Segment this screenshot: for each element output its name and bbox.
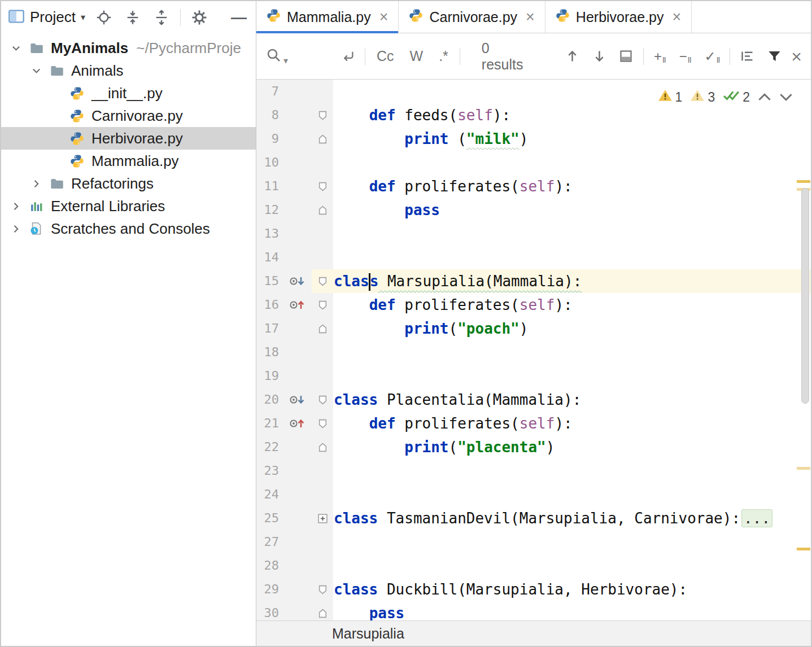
- chevron-right-icon[interactable]: [6, 201, 26, 212]
- breadcrumb-item[interactable]: Marsupialia: [332, 626, 404, 642]
- line-number[interactable]: 27: [256, 530, 282, 554]
- expand-all-icon[interactable]: [123, 7, 143, 28]
- override-down-icon[interactable]: [282, 388, 312, 412]
- search-input[interactable]: [289, 49, 331, 66]
- tab-close-icon[interactable]: ×: [379, 10, 388, 25]
- warnings-indicator[interactable]: 1: [658, 89, 683, 106]
- tree-item-mammalia-py[interactable]: Mammalia.py: [1, 150, 256, 172]
- chevron-down-icon[interactable]: [26, 65, 46, 76]
- tree-item-external-libraries[interactable]: External Libraries: [1, 195, 256, 217]
- code-line-29[interactable]: 29class Duckbill(Marsupialia, Herbivorae…: [256, 578, 811, 601]
- line-number[interactable]: 24: [256, 483, 282, 506]
- chevron-down-icon[interactable]: [6, 43, 26, 54]
- line-number[interactable]: 18: [256, 340, 282, 364]
- fold-end-icon[interactable]: [312, 435, 333, 459]
- code-line-21[interactable]: 21 def proliferates(self):: [256, 412, 811, 435]
- add-selection-icon[interactable]: +II: [651, 49, 669, 64]
- tree-item-myanimals[interactable]: MyAnimals~/PycharmProje: [1, 37, 256, 59]
- tab-close-icon[interactable]: ×: [526, 10, 535, 25]
- match-case-button[interactable]: Cc: [372, 48, 399, 64]
- regex-button[interactable]: .*: [434, 48, 453, 64]
- error-stripe-mark[interactable]: [797, 467, 810, 470]
- code-line-23[interactable]: 23: [256, 459, 811, 483]
- code-line-15[interactable]: 15class Marsupialia(Mammalia):: [256, 269, 811, 293]
- tree-item-animals[interactable]: Animals: [1, 59, 256, 82]
- code-line-28[interactable]: 28: [256, 554, 811, 578]
- words-button[interactable]: W: [405, 48, 428, 64]
- code-line-14[interactable]: 14: [256, 246, 811, 269]
- tab-carnivorae-py[interactable]: Carnivorae.py×: [399, 1, 545, 33]
- line-number[interactable]: 21: [256, 412, 282, 435]
- code-line-17[interactable]: 17 print("poach"): [256, 317, 811, 340]
- code-line-10[interactable]: 10: [256, 151, 811, 174]
- code-line-19[interactable]: 19: [256, 364, 811, 388]
- previous-problem-icon[interactable]: [758, 92, 771, 102]
- tree-item-carnivorae-py[interactable]: Carnivorae.py: [1, 104, 256, 127]
- line-number[interactable]: 28: [256, 554, 282, 578]
- close-search-icon[interactable]: ×: [791, 47, 802, 65]
- code-line-18[interactable]: 18: [256, 340, 811, 364]
- line-number[interactable]: 12: [256, 198, 282, 222]
- fold-end-icon[interactable]: [312, 601, 333, 620]
- fold-start-icon[interactable]: [312, 269, 333, 293]
- folded-region[interactable]: ...: [741, 509, 772, 527]
- tree-item-refactorings[interactable]: Refactorings: [1, 172, 256, 195]
- line-number[interactable]: 25: [256, 506, 282, 530]
- line-number[interactable]: 20: [256, 388, 282, 412]
- next-occurrence-icon[interactable]: [589, 46, 609, 67]
- code-line-11[interactable]: 11 def proliferates(self):: [256, 174, 811, 198]
- line-number[interactable]: 17: [256, 317, 282, 340]
- fold-folded-icon[interactable]: [312, 506, 333, 530]
- line-number[interactable]: 10: [256, 151, 282, 174]
- tab-herbivorae-py[interactable]: Herbivorae.py×: [545, 1, 692, 33]
- search-field-group[interactable]: ▾: [265, 47, 331, 66]
- line-number[interactable]: 15: [256, 269, 282, 293]
- hide-panel-icon[interactable]: —: [229, 7, 249, 28]
- code-line-22[interactable]: 22 print("placenta"): [256, 435, 811, 459]
- next-problem-icon[interactable]: [779, 92, 793, 102]
- line-number[interactable]: 14: [256, 246, 282, 269]
- override-down-icon[interactable]: [282, 269, 312, 293]
- settings-gear-icon[interactable]: [189, 7, 209, 28]
- fold-start-icon[interactable]: [312, 293, 333, 317]
- line-number[interactable]: 8: [256, 103, 282, 127]
- open-in-find-window-icon[interactable]: [616, 46, 636, 67]
- code-line-13[interactable]: 13: [256, 222, 811, 246]
- locate-file-icon[interactable]: [94, 7, 114, 28]
- chevron-right-icon[interactable]: [6, 224, 26, 234]
- override-up-icon[interactable]: [282, 293, 312, 317]
- fold-start-icon[interactable]: [312, 388, 333, 412]
- code-line-27[interactable]: 27: [256, 530, 811, 554]
- line-number[interactable]: 11: [256, 174, 282, 198]
- error-stripe-mark[interactable]: [797, 180, 810, 183]
- tab-mammalia-py[interactable]: Mammalia.py×: [256, 1, 399, 33]
- fold-start-icon[interactable]: [312, 412, 333, 435]
- code-line-25[interactable]: 25class TasmanianDevil(Marsupialia, Carn…: [256, 506, 811, 530]
- fold-start-icon[interactable]: [312, 174, 333, 198]
- fold-start-icon[interactable]: [312, 103, 333, 127]
- tab-close-icon[interactable]: ×: [673, 10, 682, 25]
- fold-end-icon[interactable]: [312, 198, 333, 222]
- line-number[interactable]: 13: [256, 222, 282, 246]
- line-number[interactable]: 30: [256, 601, 282, 620]
- tree-item-init-py[interactable]: __init__.py: [1, 82, 256, 104]
- error-stripe-mark[interactable]: [797, 548, 810, 550]
- inspections-passed-indicator[interactable]: 2: [723, 89, 750, 105]
- code-line-24[interactable]: 24: [256, 483, 811, 506]
- collapse-all-icon[interactable]: [151, 7, 172, 28]
- line-number[interactable]: 23: [256, 459, 282, 483]
- line-number[interactable]: 9: [256, 127, 282, 151]
- project-view-selector[interactable]: Project ▾: [8, 8, 85, 27]
- fold-start-icon[interactable]: [312, 578, 333, 601]
- editor[interactable]: 78 def feeds(self):9 print ("milk")1011 …: [256, 80, 811, 620]
- search-history-caret-icon[interactable]: ▾: [283, 55, 288, 66]
- code-line-20[interactable]: 20class Placentalia(Mammalia):: [256, 388, 811, 412]
- newline-icon[interactable]: [338, 46, 358, 67]
- weak-warnings-indicator[interactable]: 3: [690, 89, 715, 106]
- line-number[interactable]: 19: [256, 364, 282, 388]
- previous-occurrence-icon[interactable]: [562, 46, 582, 67]
- code-line-30[interactable]: 30 pass: [256, 601, 811, 620]
- line-number[interactable]: 7: [256, 80, 282, 103]
- remove-selection-icon[interactable]: −II: [676, 49, 695, 64]
- code-line-9[interactable]: 9 print ("milk"): [256, 127, 811, 151]
